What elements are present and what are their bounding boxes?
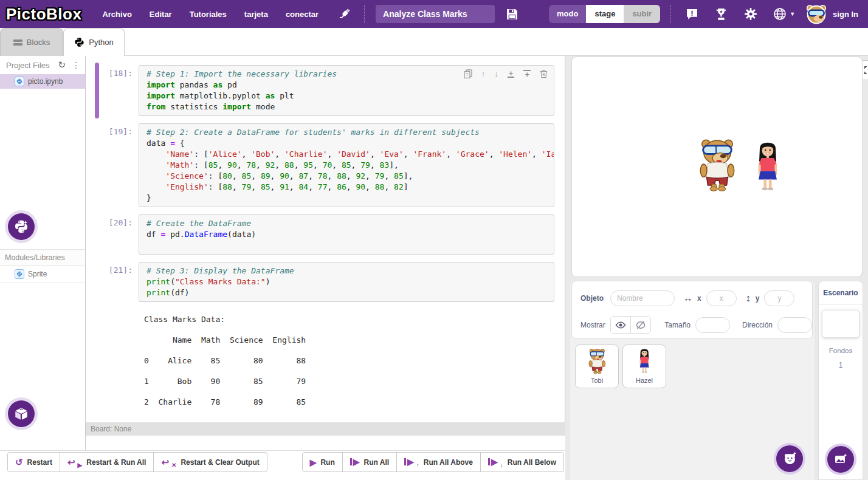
run-button-group: ▶ Run ▶ Run All ▶↑ Run All Above ▶↓ Run … <box>302 452 564 472</box>
python-icon: #tab-python .py-top{fill:#8a3ab5}#tab-py… <box>74 37 84 47</box>
vertical-arrow-icon: ↕ <box>746 293 751 304</box>
stage-sprite-hazel[interactable] <box>754 141 782 192</box>
topbar: PictoBlox ArchivoEditarTutorialestarjeta… <box>0 0 868 28</box>
mode-label: modo <box>549 5 586 23</box>
settings-gear-icon[interactable] <box>744 7 757 21</box>
move-cell-up-icon[interactable]: ↑ <box>481 70 486 78</box>
run-all-above-label: Run All Above <box>424 458 473 467</box>
run-all-icon: ▶ <box>350 458 360 467</box>
run-all-button[interactable]: ▶ Run All <box>342 452 397 472</box>
sprite-card-label: Tobi <box>591 377 603 384</box>
sprite-card-hazel[interactable]: Hazel <box>622 345 666 388</box>
file-item-picto-ipynb[interactable]: picto.ipynb <box>0 74 85 89</box>
board-statusbar: Board: None <box>86 422 565 436</box>
save-icon[interactable] <box>506 8 518 21</box>
size-input[interactable] <box>695 317 730 333</box>
run-button[interactable]: ▶ Run <box>302 452 343 472</box>
escenario-panel: Escenario Fondos 1 <box>818 281 863 480</box>
menu-archivo[interactable]: Archivo <box>102 10 131 19</box>
feedback-icon[interactable] <box>686 8 698 21</box>
topbar-menu: ArchivoEditarTutorialestarjetaconectar <box>102 10 336 19</box>
restart-button-group: ↺ Restart ↩▶ Restart & Run All ↩✕ Restar… <box>7 452 267 472</box>
sprite-info-card: Objeto ↔ x ↕ y Mostrar <box>571 281 813 339</box>
eye-off-icon <box>635 320 646 330</box>
language-globe-icon[interactable]: ▼ <box>773 7 795 21</box>
duplicate-cell-icon[interactable] <box>464 69 472 78</box>
visibility-toggle-group <box>610 316 652 334</box>
direccion-label: Dirección <box>742 321 773 329</box>
insert-cell-below-icon[interactable]: + <box>523 70 531 78</box>
hazel-thumbnail-icon <box>638 348 651 374</box>
avatar[interactable] <box>805 3 827 25</box>
project-title-input[interactable] <box>376 5 495 23</box>
add-python-file-button[interactable] <box>8 213 35 240</box>
restart-clear-output-button[interactable]: ↩✕ Restart & Clear Output <box>153 452 267 472</box>
globe-caret-icon: ▼ <box>790 11 795 17</box>
connect-plug-icon[interactable] <box>337 7 352 21</box>
code-cell[interactable]: # Create the DataFrame df = pd.DataFrame… <box>139 214 554 255</box>
code-cell[interactable]: # Step 2: Create a DataFrame for student… <box>139 123 554 207</box>
menu-conectar[interactable]: conectar <box>286 10 319 19</box>
project-files-title: Project Files <box>6 61 50 70</box>
run-above-arrow-icon: ↑ <box>416 462 419 471</box>
run-all-label: Run All <box>364 458 390 467</box>
restart-icon: ↺ <box>15 458 23 467</box>
delete-cell-icon[interactable] <box>540 70 548 78</box>
move-cell-down-icon[interactable]: ↓ <box>494 70 498 78</box>
run-icon: ▶ <box>310 458 317 467</box>
run-all-below-button[interactable]: ▶↓ Run All Below <box>480 452 564 472</box>
restart-button[interactable]: ↺ Restart <box>7 452 60 472</box>
restart-clear-icon: ↩ <box>161 458 169 467</box>
sprite-card-label: Hazel <box>636 377 653 384</box>
restart-clear-label: Restart & Clear Output <box>181 458 259 467</box>
mostrar-label: Mostrar <box>580 321 605 329</box>
tab-python[interactable]: #tab-python .py-top{fill:#8a3ab5}#tab-py… <box>63 28 125 56</box>
direction-input[interactable] <box>777 317 812 333</box>
run-below-arrow-icon: ↓ <box>500 462 503 471</box>
insert-cell-above-icon[interactable]: + <box>508 70 515 78</box>
objeto-label: Objeto <box>580 294 604 303</box>
refresh-icon[interactable]: ↻ <box>58 60 66 70</box>
pictoblox-logo: PictoBlox <box>6 5 81 24</box>
show-sprite-button[interactable] <box>611 317 630 333</box>
module-item-sprite[interactable]: Sprite <box>0 266 85 283</box>
tab-blocks-label: Blocks <box>27 38 50 47</box>
cell-prompt: [19]: <box>86 123 139 207</box>
mode-option-subir[interactable]: subir <box>624 5 660 23</box>
python-file-icon <box>15 77 24 86</box>
stage[interactable] <box>571 57 863 277</box>
notebook-cell-row: [20]:# Create the DataFrame df = pd.Data… <box>86 214 565 255</box>
tab-blocks[interactable]: Blocks <box>0 28 63 56</box>
trophy-icon[interactable] <box>714 7 728 21</box>
add-backdrop-button[interactable] <box>827 446 854 473</box>
module-name: Sprite <box>28 270 47 278</box>
restart-run-all-play-icon: ▶ <box>78 462 83 471</box>
menu-tarjeta[interactable]: tarjeta <box>244 10 268 19</box>
run-all-below-icon: ▶ <box>488 458 498 467</box>
code-cell[interactable]: # Step 1: Import the necessary libraries… <box>139 65 554 116</box>
notebook-cell-row: [18]:# Step 1: Import the necessary libr… <box>86 65 565 116</box>
menu-tutoriales[interactable]: Tutoriales <box>190 10 227 19</box>
x-position-input[interactable] <box>706 290 737 306</box>
cell-toolbar: ↑ ↓ + + <box>464 69 548 78</box>
code-cell[interactable]: # Step 3: Display the DataFrame print("C… <box>139 262 554 302</box>
sprite-card-tobi[interactable]: Tobi <box>575 345 619 388</box>
sign-in-button[interactable]: sign In <box>833 10 858 19</box>
add-module-button[interactable] <box>8 400 35 427</box>
kebab-menu-icon[interactable]: ⋮ <box>72 60 80 70</box>
y-position-input[interactable] <box>764 290 794 306</box>
horizontal-arrow-icon: ↔ <box>683 293 693 304</box>
add-sprite-button[interactable] <box>776 445 803 472</box>
run-all-above-button[interactable]: ▶↑ Run All Above <box>396 452 481 472</box>
hide-sprite-button[interactable] <box>630 317 650 333</box>
editor-toolbar: Blocks #tab-python .py-top{fill:#8a3ab5}… <box>0 28 868 56</box>
stage-sprite-tobi[interactable] <box>697 138 738 191</box>
menu-editar[interactable]: Editar <box>150 10 172 19</box>
sidebar: Project Files ↻ ⋮ picto.ipynb Modules/Li… <box>0 56 86 450</box>
run-all-above-icon: ▶ <box>404 458 414 467</box>
tamano-label: Tamaño <box>664 321 691 329</box>
backdrop-thumbnail[interactable] <box>822 310 859 338</box>
mode-option-stage[interactable]: stage <box>586 5 624 23</box>
restart-run-all-button[interactable]: ↩▶ Restart & Run All <box>60 452 154 472</box>
sprite-name-input[interactable] <box>610 290 675 306</box>
